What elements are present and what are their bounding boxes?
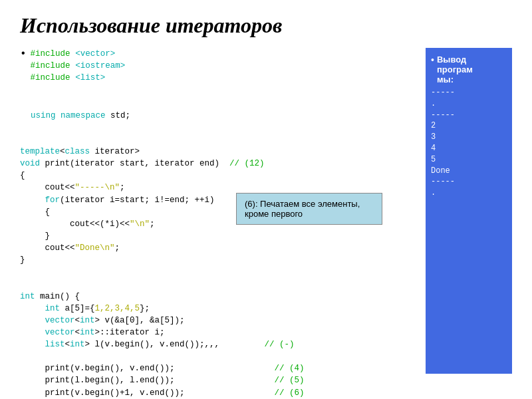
output-code: ----- . ----- 2 3 4 5 Done ----- .: [431, 87, 455, 199]
main-code: int main() { int a[5]={1,2,3,4,5}; vecto…: [20, 278, 426, 399]
using-code: using namespace std;: [31, 98, 426, 122]
includes-block: • #include <vector> #include <iostream> …: [20, 48, 426, 84]
bullet-icon-right: •: [431, 55, 434, 66]
output-bullet: • Выводпрограммы:: [431, 55, 473, 84]
right-panel: • Выводпрограммы: ----- . ----- 2 3 4 5 …: [426, 48, 512, 374]
tooltip-box: (6): Печатаем все элементы, кроме первог…: [236, 193, 382, 225]
tooltip-text: (6): Печатаем все элементы, кроме первог…: [245, 199, 360, 219]
page: Использование итераторов • #include <vec…: [0, 0, 532, 399]
includes-code: #include <vector> #include <iostream> #i…: [31, 48, 126, 84]
bullet-icon: •: [20, 48, 27, 61]
output-label: Выводпрограммы:: [437, 55, 473, 84]
page-title: Использование итераторов: [20, 13, 512, 38]
